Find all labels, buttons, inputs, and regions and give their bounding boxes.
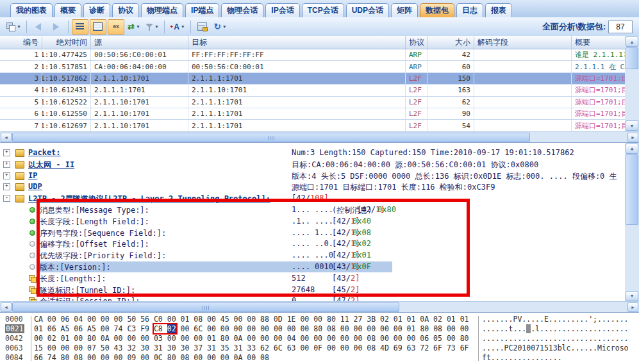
tab-protocol[interactable]: 协议 xyxy=(112,3,139,17)
packet-row[interactable]: 4 19:01:10.612431 2.1.1.1:1701 2.1.1.10:… xyxy=(0,85,639,96)
tab-ip-endpoint[interactable]: IP端点 xyxy=(185,3,219,17)
decode-field-sequence-field[interactable]: 序列号字段:[Sequence Field:]: .... 1... [42/1… xyxy=(0,228,639,239)
column-header-protocol[interactable]: 协议 xyxy=(406,36,428,49)
packet-row[interactable]: 2 19:01:10.517851 CA:00:06:04:00:00 00:5… xyxy=(0,61,639,72)
scrollbar-thumb[interactable] xyxy=(626,47,638,69)
scrollbar-thumb[interactable] xyxy=(626,154,638,225)
tab-ip-conversation[interactable]: IP会话 xyxy=(265,3,299,17)
colorize-button[interactable]: +A ▼ xyxy=(168,19,187,35)
scroll-right-button[interactable]: ► xyxy=(627,133,638,142)
back-button[interactable] xyxy=(30,19,47,35)
tab-physical-endpoint[interactable]: 物理端点 xyxy=(141,3,183,17)
packet-row[interactable]: 1 19:01:10.477425 00:50:56:C0:00:01 FF:F… xyxy=(0,49,639,61)
packet-row[interactable]: 7 19:01:10.612697 2.1.1.10:1701 2.1.1.1:… xyxy=(0,120,639,131)
collapse-icon[interactable]: - xyxy=(3,195,10,202)
scrollbar-thumb[interactable] xyxy=(12,133,530,142)
decode-field-length-field[interactable]: 长度字段:[Length Field:]: .1.. .... [42/1] 0… xyxy=(0,216,639,228)
hex-row[interactable]: 0084 66 74 80 08 00 00 00 09 00 0C 80 08… xyxy=(0,353,639,363)
scrollbar-track[interactable] xyxy=(626,47,638,120)
decode-field-priority-field[interactable]: 优先级字段:[Priority Field:]: .... ...0 [42/1… xyxy=(0,250,639,261)
decode-vertical-scrollbar[interactable]: ▲ ▼ xyxy=(625,143,639,301)
hex-ascii[interactable]: ......t... .l.................... xyxy=(482,324,629,333)
decode-field-length[interactable]: 长度:[Length:]: 512 [43/2] xyxy=(0,273,639,285)
column-header-absolute-time[interactable]: 绝对时间 xyxy=(42,36,91,49)
scroll-right-button[interactable]: ► xyxy=(627,302,638,312)
expand-icon[interactable]: + xyxy=(3,161,10,168)
tab-diagnosis[interactable]: 诊断 xyxy=(83,3,110,17)
hex-bytes[interactable]: 66 74 80 08 00 00 00 09 00 0C 80 08 00 0… xyxy=(34,353,269,362)
tab-summary[interactable]: 概要 xyxy=(54,3,81,17)
scrollbar-track[interactable] xyxy=(12,133,627,142)
scroll-down-button[interactable]: ▼ xyxy=(626,291,638,301)
decode-node-ip[interactable]: + IP 版本:4 头长:5 DSF:0000 0000 总长:136 标识:0… xyxy=(0,170,639,182)
lock-table-button[interactable] xyxy=(194,19,211,35)
column-header-destination[interactable]: 目标 xyxy=(188,36,406,49)
packet-row-selected[interactable]: 3 19:01:10.517862 2.1.1.10:1701 2.1.1.1:… xyxy=(0,73,639,85)
tab-report[interactable]: 报表 xyxy=(485,3,512,17)
swap-button[interactable]: ⇄ ▼ xyxy=(126,19,142,35)
decode-field-label: 偏移字段:[Offset Field:]: xyxy=(40,239,149,250)
hex-ascii[interactable]: ft................ xyxy=(482,353,562,362)
hex-row[interactable]: 0000 CA 00 06 04 00 00 00 50 56 C0 00 01… xyxy=(0,315,639,324)
hex-bytes[interactable]: 15 00 00 00 07 50 43 32 30 31 30 30 37 3… xyxy=(34,343,469,352)
expand-icon[interactable]: + xyxy=(3,172,10,179)
column-header-size[interactable]: 大小 xyxy=(428,36,474,49)
packet-list-horizontal-scrollbar[interactable]: ◄ ► xyxy=(0,131,639,142)
decode-field-tunnel-id[interactable]: 隧道标识:[Tunnel ID:]: 27648 [45/2] xyxy=(0,285,639,296)
column-header-decode-field[interactable]: 解码字段 xyxy=(474,36,572,49)
tab-udp-conversation[interactable]: UDP会话 xyxy=(346,3,389,17)
column-header-source[interactable]: 源 xyxy=(91,36,188,49)
list-view-toggle[interactable] xyxy=(72,19,88,35)
hex-view-toggle[interactable]: 0X xyxy=(108,19,124,35)
packet-row[interactable]: 6 19:01:10.612550 2.1.1.10:1701 2.1.1.1:… xyxy=(0,108,639,120)
selected-byte[interactable]: 02 xyxy=(167,324,176,333)
tab-log[interactable]: 日志 xyxy=(456,3,483,17)
packet-row[interactable]: 5 19:01:10.612522 2.1.1.10:1701 2.1.1.1:… xyxy=(0,97,639,108)
hex-bytes[interactable]: 01 06 A5 06 A5 00 74 C3 F9 C8 02 00 6C 0… xyxy=(34,324,469,333)
forward-button[interactable] xyxy=(48,19,65,35)
scroll-down-button[interactable]: ▼ xyxy=(626,120,638,131)
decode-field-version-selected[interactable]: 版本:[Version:]: .... 0010 [43/1] 0x0F xyxy=(0,261,639,273)
expand-icon[interactable]: + xyxy=(3,183,10,190)
decode-field-offset-field[interactable]: 偏移字段:[Offset Field:]: .... ..0. [42/1] 0… xyxy=(0,238,639,250)
hex-dump-pane[interactable]: 0000 CA 00 06 04 00 00 00 50 56 C0 00 01… xyxy=(0,312,639,364)
filter-button[interactable]: ▼ xyxy=(144,19,161,35)
hex-row[interactable]: 0063 15 00 00 00 07 50 43 32 30 31 30 30… xyxy=(0,343,639,353)
tab-packet[interactable]: 数据包 xyxy=(420,3,454,17)
tab-my-charts[interactable]: 我的图表 xyxy=(10,3,53,17)
tab-physical-conversation[interactable]: 物理会话 xyxy=(221,3,263,17)
decode-field-session-id[interactable]: 会话标识:[Session ID:]: 0 [47/2] xyxy=(0,295,639,301)
decode-view-toggle[interactable] xyxy=(90,19,106,35)
hex-offset: 0042 xyxy=(5,334,23,343)
hex-row[interactable]: 0042 00 02 01 00 80 0A 00 00 00 03 00 00… xyxy=(0,334,639,343)
swap-dropdown-caret: ▼ xyxy=(136,24,140,29)
hex-bytes[interactable]: 00 02 01 00 80 0A 00 00 00 03 00 00 00 0… xyxy=(34,334,469,343)
hex-ascii[interactable]: ................................. xyxy=(482,334,628,343)
scroll-up-button[interactable]: ▲ xyxy=(626,144,638,154)
tab-tcp-conversation[interactable]: TCP会话 xyxy=(302,3,344,17)
protocol-node-icon xyxy=(15,183,24,191)
decode-horizontal-scrollbar[interactable]: ◄ ► xyxy=(0,301,639,312)
hex-row-selected[interactable]: 0021 01 06 A5 06 A5 00 74 C3 F9 C8 02 00… xyxy=(0,324,639,334)
hex-ascii[interactable]: .......PV.....E.........';....... xyxy=(482,315,628,324)
tab-matrix[interactable]: 矩阵 xyxy=(391,3,418,17)
decode-node-label: UDP xyxy=(28,182,42,191)
scroll-left-button[interactable]: ◄ xyxy=(1,133,12,142)
decode-node-ethernet[interactable]: + 以太网 - II 目标:CA:00:06:04:00:00 源:00:50:… xyxy=(0,159,639,170)
export-button[interactable]: ▼ xyxy=(4,19,23,35)
scrollbar-track[interactable] xyxy=(626,154,638,291)
decode-node-udp[interactable]: + UDP 源端口:1701 目标端口:1701 长度:116 检验和:0xC3… xyxy=(0,181,639,193)
decode-node-l2tp[interactable]: - L2TP - 2层隧道协议[L2TP - Layer 2 Tunneling… xyxy=(0,193,639,204)
scrollbar-thumb[interactable] xyxy=(12,302,399,312)
scroll-left-button[interactable]: ◄ xyxy=(1,302,12,312)
scroll-up-button[interactable]: ▲ xyxy=(626,37,638,47)
column-header-number[interactable]: 编号 xyxy=(0,36,42,49)
hex-ascii[interactable]: .....PC2010071513blc......Microso xyxy=(482,343,628,352)
decode-node-packet[interactable]: + Packet: Num:3 Length:150 Captured:150 … xyxy=(0,147,639,159)
decode-field-message-type[interactable]: 消息类型:[Message Type:]: 1... .... (控制消息) [… xyxy=(0,204,639,216)
scrollbar-track[interactable] xyxy=(12,302,627,312)
packet-list-vertical-scrollbar[interactable]: ▲ ▼ xyxy=(625,36,639,131)
refresh-button[interactable]: ↻ ▼ xyxy=(212,19,229,35)
hex-bytes[interactable]: CA 00 06 04 00 00 00 50 56 C0 00 01 08 0… xyxy=(34,315,469,324)
expand-icon[interactable]: + xyxy=(3,149,10,156)
